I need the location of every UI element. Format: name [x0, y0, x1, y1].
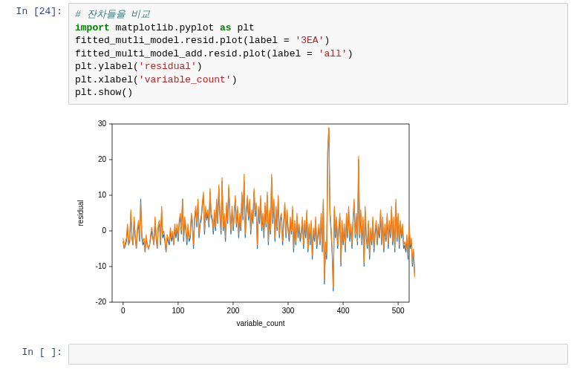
output-prompt — [0, 111, 68, 338]
residual-chart: 0100200300400500-20-100102030variable_co… — [71, 117, 420, 332]
series-all — [123, 128, 415, 288]
svg-text:30: 30 — [98, 120, 107, 128]
code-text: ) — [324, 35, 330, 46]
svg-text:-10: -10 — [96, 262, 107, 270]
code-string: 'all' — [319, 48, 348, 59]
code-string: 'residual' — [139, 61, 197, 72]
svg-text:400: 400 — [337, 307, 350, 315]
svg-text:500: 500 — [392, 307, 405, 315]
code-input-area[interactable]: # 잔차들을 비교 import matplotlib.pyplot as pl… — [68, 3, 568, 105]
empty-input-cell: In [ ]: — [0, 341, 574, 368]
y-axis-label: residual — [76, 200, 85, 226]
code-text: matplotlib.pyplot — [110, 22, 220, 33]
svg-text:-20: -20 — [96, 298, 107, 306]
code-text: plt.ylabel( — [75, 61, 139, 72]
code-string: '3EA' — [295, 35, 324, 46]
svg-text:100: 100 — [172, 307, 185, 315]
code-text: fitted_multi_model_add.resid.plot(label … — [75, 48, 319, 59]
plot-output: 0100200300400500-20-100102030variable_co… — [68, 111, 568, 338]
input-prompt-empty: In [ ]: — [0, 344, 68, 365]
svg-text:0: 0 — [121, 307, 125, 315]
code-input-area-empty[interactable] — [68, 344, 568, 365]
code-string: 'variable_count' — [139, 74, 232, 85]
code-box-empty[interactable] — [68, 344, 568, 365]
code-text: plt.show() — [75, 87, 133, 98]
code-text: ) — [348, 48, 353, 59]
code-text: fitted_mutli_model.resid.plot(label = — [75, 35, 295, 46]
code-box[interactable]: # 잔차들을 비교 import matplotlib.pyplot as pl… — [68, 3, 568, 105]
code-text: ) — [197, 61, 203, 72]
code-comment: # 잔차들을 비교 — [75, 9, 150, 20]
series-3EA — [123, 128, 415, 292]
input-cell: In [24]: # 잔차들을 비교 import matplotlib.pyp… — [0, 0, 574, 108]
svg-text:0: 0 — [102, 226, 106, 235]
svg-text:10: 10 — [98, 191, 107, 199]
code-text: plt — [232, 22, 255, 33]
code-text: ) — [232, 74, 238, 85]
code-kw: as — [220, 22, 232, 33]
code-text: plt.xlabel( — [75, 74, 139, 85]
svg-text:20: 20 — [98, 155, 107, 163]
svg-text:300: 300 — [282, 307, 295, 315]
output-cell: 0100200300400500-20-100102030variable_co… — [0, 108, 574, 341]
input-prompt: In [24]: — [0, 3, 68, 105]
svg-text:200: 200 — [227, 307, 240, 315]
x-axis-label: variable_count — [236, 319, 284, 327]
code-kw: import — [75, 22, 110, 33]
